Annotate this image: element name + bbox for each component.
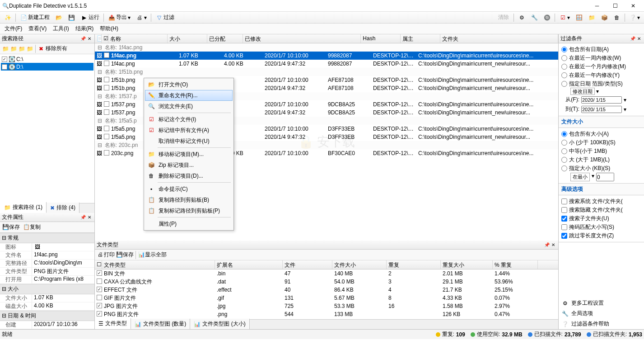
check-sys[interactable]: 搜索系统 文件/文件夹( [561, 197, 641, 206]
ctx-unmark[interactable]: 取消组中标记文件(U) [145, 136, 233, 146]
results-grid-header[interactable]: 📄☑名称大小已分配已修改Hash属主文件夹 [95, 34, 558, 43]
ctx-move[interactable]: 📁移动标记项目(M)... [145, 149, 233, 160]
tab-search-paths[interactable]: 📁搜索路径 (1) [0, 202, 47, 213]
delete-button[interactable]: 🗑 [611, 13, 623, 23]
close-button[interactable]: ✕ [624, 0, 642, 11]
add-folder3-icon[interactable]: 📁 [18, 45, 25, 52]
check-hidden[interactable]: 搜索隐藏 文件/文件夹( [561, 206, 641, 214]
menu-tools[interactable]: 工具(I) [50, 24, 71, 33]
filetype-grid[interactable]: BIN 文件.bin47140 MB22.01 MB1.44%CAXA 公式曲线… [95, 269, 558, 319]
save-attrs-button[interactable]: 💾保存 [2, 223, 20, 231]
result-row[interactable]: 🖼1f4ac.png1.07 KB4.00 KB2020/1/4 9:47:32… [95, 60, 558, 68]
radio-size-custom[interactable]: 指定大小 (KB)(S) [561, 164, 641, 173]
radio-date-range[interactable]: 指定日期 范围/类型(S) [561, 80, 641, 88]
global-options-link[interactable]: 🔧全局选项 [559, 308, 644, 319]
radio-date-month[interactable]: 在最近一个月内修改(M) [561, 62, 641, 71]
open-button[interactable]: 📂 [53, 13, 65, 23]
add-folder2-icon[interactable]: 📁 [10, 45, 17, 52]
ctx-mark[interactable]: ☑标记这个文件(I) [145, 114, 233, 125]
filetype-grid-header[interactable]: ☐文件类型扩展名文件文件大小重复重复大小% 重复 [95, 260, 558, 269]
date-to-input[interactable] [581, 106, 622, 113]
date-from-input[interactable] [581, 96, 622, 104]
ctx-browse[interactable]: 🔍浏览文件夹(E) [145, 101, 233, 112]
save-button[interactable]: 💾保存 [116, 251, 134, 259]
radio-date-year[interactable]: 在最近一年内修改(Y) [561, 71, 641, 80]
clear-link[interactable]: 清除 [498, 14, 512, 21]
print-button[interactable]: 🖨▾ [134, 13, 149, 23]
folder-yel-button[interactable]: 📁 [586, 13, 597, 23]
pin-icon[interactable]: 📌 [630, 36, 636, 42]
save-button[interactable]: 💾 [65, 13, 77, 23]
radio-date-all[interactable]: 包含所有日期(A) [561, 45, 641, 54]
filetype-row[interactable]: EFFECT 文件.effect4086.4 KB421.7 KB25.15% [95, 286, 558, 294]
date-type-combo[interactable]: 修改日期 [570, 88, 595, 95]
ctx-open[interactable]: 📂打开文件(O) [145, 79, 233, 90]
close-icon[interactable]: ✕ [86, 214, 93, 221]
group-row[interactable]: ⊟ 名称: 1f51b.png [95, 68, 558, 76]
ctx-zip[interactable]: 📦Zip 标记项目... [145, 160, 233, 170]
filter-help-link[interactable]: ❔过滤器条件帮助 [559, 319, 644, 329]
group-row[interactable]: ⊟ 名称: 1f4ac.png [95, 43, 558, 52]
radio-size-all[interactable]: 包含所有大小(A) [561, 130, 641, 138]
property-grid[interactable]: ⊟ 常规图标🖼文件名1f4ac.png完整路径C:\tools\DingDing… [0, 233, 94, 329]
tab-exclude[interactable]: ✖排除 (4) [47, 203, 79, 213]
menu-file[interactable]: 文件(F) [2, 24, 25, 33]
add-folder4-icon[interactable]: 📁 [26, 45, 33, 52]
export-button[interactable]: 📤导出▾ [106, 13, 133, 23]
remove-icon[interactable]: ✖ [37, 45, 45, 52]
radio-size-small[interactable]: 小 (少于 100KB)(S) [561, 138, 641, 147]
menu-view[interactable]: 查看(V) [26, 24, 49, 33]
pin-icon[interactable]: 📌 [80, 214, 86, 221]
drive-item[interactable]: 💽 D:\ [1, 63, 93, 71]
help-button[interactable]: ❔▾ [627, 13, 642, 23]
add-folder-icon[interactable]: 📁 [2, 45, 9, 52]
ctx-props[interactable]: 属性(P) [145, 218, 233, 229]
check-red-button[interactable]: ☑▾ [557, 13, 572, 23]
toggle-button[interactable]: 🔘 [541, 13, 553, 23]
radio-size-med[interactable]: 中等(小于 1MB) [561, 147, 641, 156]
run-button[interactable]: ▶运行 [78, 13, 102, 23]
ctx-copymarked[interactable]: 📋复制标记路径到剪贴板(P) [145, 205, 233, 216]
check-sub[interactable]: 搜索子文件夹(U) [561, 214, 641, 223]
radio-date-week[interactable]: 在最近一周内修改(W) [561, 54, 641, 62]
filetype-row[interactable]: JPG 图片文件.jpg72553.3 MB161.58 MB2.97% [95, 302, 558, 310]
pin-icon[interactable]: 📌 [80, 36, 86, 42]
close-icon[interactable]: ✕ [636, 36, 642, 42]
tab-filetype-chart-size[interactable]: 📊 文件类型图 (大小) [190, 319, 249, 329]
close-icon[interactable]: ✕ [550, 242, 556, 248]
pin-icon[interactable]: 📌 [544, 242, 550, 248]
drive-tree[interactable]: 💽 C:\ 💽 D:\ [0, 54, 94, 203]
check-case[interactable]: 掩码匹配大小写(S) [561, 223, 641, 231]
filetype-row[interactable]: GIF 图片文件.gif1315.67 MB84.33 KB0.07% [95, 294, 558, 302]
tab-filetype[interactable]: ☰ 文件类型 [95, 318, 131, 329]
ctx-mark-all[interactable]: ☑标记组中所有文件(A) [145, 125, 233, 136]
drive-item[interactable]: 💽 C:\ [1, 55, 93, 63]
box-button[interactable]: 📦 [598, 13, 610, 23]
showall-button[interactable]: 📊显示全部 [138, 251, 167, 259]
filetype-row[interactable]: PNG 图片文件.png544133 MB126 KB0.47% [95, 310, 558, 318]
win-button[interactable]: 🪟 [573, 13, 585, 23]
gear-button[interactable]: ⚙ [516, 13, 527, 23]
ctx-cmd[interactable]: ▪命令提示(C) [145, 184, 233, 194]
ctx-copypath[interactable]: 📋复制路径到剪贴板(B) [145, 194, 233, 205]
more-settings-link[interactable]: ⚙更多工程设置 [559, 298, 644, 308]
menu-help[interactable]: 帮助(H) [97, 24, 121, 33]
maximize-button[interactable]: ☐ [606, 0, 624, 11]
ctx-delete[interactable]: 🗑删除标记项目(D)... [145, 170, 233, 181]
filetype-row[interactable]: BIN 文件.bin47140 MB22.01 MB1.44% [95, 269, 558, 278]
tab-filetype-chart-count[interactable]: 📊 文件类型图 (数量) [131, 319, 190, 329]
ctx-rename[interactable]: ✏️重命名文件(R)... [145, 90, 233, 101]
minimize-button[interactable]: ─ [588, 0, 606, 11]
print-button[interactable]: 🖨打印 [97, 251, 115, 259]
menu-results[interactable]: 结果(R) [73, 24, 97, 33]
radio-size-large[interactable]: 大 (大于 1MB)(L) [561, 156, 641, 164]
check-zero[interactable]: 跳过零长度文件(Z) [561, 231, 641, 240]
remove-all-button[interactable]: 移除所有 [46, 45, 67, 52]
wand-button[interactable]: ✨ [2, 13, 14, 23]
wrench-button[interactable]: 🔧 [528, 13, 540, 23]
copy-attrs-button[interactable]: 📋复制 [23, 223, 41, 231]
filter-button[interactable]: ▽过滤 [153, 13, 177, 23]
size-at-combo[interactable]: 在最小 [570, 173, 590, 181]
result-row[interactable]: 🖼1f4ac.png1.07 KB4.00 KB2020/1/7 10:10:0… [95, 52, 558, 60]
new-project-button[interactable]: 📄新建工程 [18, 13, 52, 23]
